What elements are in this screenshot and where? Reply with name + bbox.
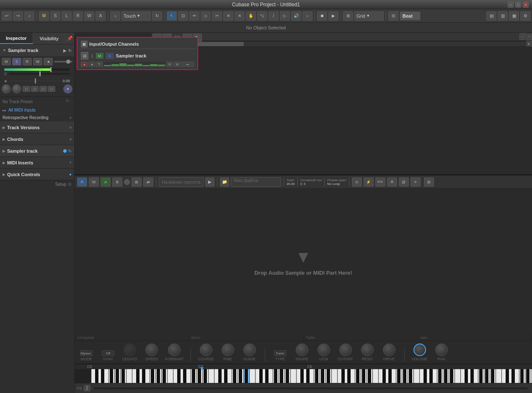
samp-icon-5[interactable]: ≡: [411, 177, 421, 187]
st-extra-btn-1[interactable]: □: [23, 86, 30, 92]
scroll-right-btn[interactable]: ►: [526, 41, 532, 47]
samp-a-btn[interactable]: A: [101, 177, 111, 187]
sampler-track-2-row[interactable]: ▶ Sampler track ↻: [0, 145, 74, 157]
layout-btn-3[interactable]: ▦: [509, 11, 519, 21]
ruler-zoom-in[interactable]: +: [526, 34, 532, 40]
l-button[interactable]: L: [62, 11, 72, 21]
maximize-button[interactable]: □: [515, 2, 521, 8]
samp-layout-btn[interactable]: ⊞: [132, 177, 142, 187]
glue-tool[interactable]: ✕: [223, 11, 233, 21]
shape-knob[interactable]: [296, 344, 308, 356]
draw-tool[interactable]: ✏: [189, 11, 199, 21]
samp-icon-3[interactable]: Я: [387, 177, 397, 187]
vol-tool[interactable]: 🔊: [291, 11, 301, 21]
formant-knob[interactable]: [168, 344, 181, 356]
preset-name-field[interactable]: Название пресета: [159, 177, 204, 187]
samp-fix-btn[interactable]: FIX: [375, 177, 385, 187]
inspector-pin[interactable]: 📌: [66, 33, 74, 44]
samp-loop-btn[interactable]: ⇄: [143, 177, 153, 187]
ch-w-btn[interactable]: W: [174, 62, 181, 67]
time-warp[interactable]: ⌥: [257, 11, 267, 21]
m-button[interactable]: M: [39, 11, 49, 21]
split-tool[interactable]: ✂: [212, 11, 222, 21]
layout-btn-1[interactable]: ▤: [486, 11, 496, 21]
samp-icon-1[interactable]: ⊙: [352, 177, 362, 187]
channel-s-btn[interactable]: S: [106, 53, 114, 59]
pan-knob[interactable]: [435, 344, 448, 356]
glide-knob[interactable]: [243, 344, 256, 356]
st-knob-2[interactable]: [12, 84, 21, 94]
retrospective-row[interactable]: Retrospective Recording ▾: [0, 114, 74, 122]
st-extra-btn-4[interactable]: □: [48, 86, 55, 92]
coarse-knob[interactable]: [200, 344, 212, 356]
ruler-zoom-out[interactable]: −: [519, 34, 525, 40]
st-extra-btn-3[interactable]: □: [39, 86, 47, 92]
ch-back-btn[interactable]: ◄: [88, 62, 95, 67]
chords-row[interactable]: ▶ Chords ≡: [0, 133, 74, 145]
samp-dot-btn[interactable]: [124, 179, 130, 185]
st-knob-1[interactable]: [2, 84, 11, 94]
setup-gear-icon[interactable]: ⚙: [68, 182, 72, 187]
loop-button[interactable]: ↻: [152, 11, 162, 21]
speed-knob[interactable]: [145, 344, 158, 356]
media-button[interactable]: ♪: [24, 11, 34, 21]
s-button[interactable]: S: [50, 11, 60, 21]
pitch-button[interactable]: ♭: [110, 11, 120, 21]
ch-loop-btn[interactable]: ↻: [96, 62, 103, 67]
snap-type-dropdown[interactable]: Grid ▾: [354, 11, 384, 21]
track-versions-row[interactable]: ▶ Track Versions ≡: [0, 122, 74, 133]
select-tool[interactable]: ↖: [167, 11, 177, 21]
st-read-button[interactable]: ◄: [44, 58, 53, 65]
samp-r-btn[interactable]: R: [77, 177, 87, 187]
mute-tool[interactable]: ✋: [246, 11, 256, 21]
samp-w-btn[interactable]: W: [89, 177, 99, 187]
snap-settings[interactable]: ⊞: [343, 11, 353, 21]
ch-r-btn[interactable]: R: [166, 62, 173, 67]
redo-button[interactable]: ↪: [13, 11, 23, 21]
volume-slider[interactable]: [54, 61, 72, 62]
undo-button[interactable]: ↩: [2, 11, 12, 21]
st-w-button[interactable]: W: [33, 58, 42, 65]
sampler-track-header[interactable]: ▼ Sampler track ▶ ↻: [0, 44, 74, 56]
samp-icon-4[interactable]: @: [399, 177, 409, 187]
w-button[interactable]: W: [84, 11, 94, 21]
lp24-knob[interactable]: [318, 344, 330, 356]
midi-input-row[interactable]: ▸▸ All MIDI Inputs: [0, 107, 74, 114]
midi-inserts-row[interactable]: ▶ MIDI Inserts +: [0, 157, 74, 169]
drop-zone[interactable]: ▼ Drop Audio Sample or MIDI Part Here!: [75, 189, 532, 335]
volume-bar[interactable]: [4, 68, 70, 71]
st-m-button[interactable]: M: [2, 58, 11, 65]
cutoff-knob[interactable]: [339, 344, 352, 356]
folder-btn[interactable]: 📁: [220, 177, 229, 187]
zoom-tool[interactable]: ✕: [235, 11, 245, 21]
fine-knob[interactable]: [222, 344, 234, 356]
a-button[interactable]: A: [96, 11, 106, 21]
file-name-field[interactable]: Имя файла: [231, 177, 281, 187]
legato-knob[interactable]: [124, 344, 136, 356]
setup-label[interactable]: Setup: [55, 182, 66, 187]
st-circle-btn[interactable]: ●: [63, 84, 72, 94]
st-r-button[interactable]: R: [23, 58, 32, 65]
automation-dropdown[interactable]: Touch ▾: [121, 11, 151, 21]
comp-tool[interactable]: ↔: [302, 11, 312, 21]
samp-maximize-btn[interactable]: ⊞: [424, 177, 434, 187]
h-scrollbar[interactable]: – ►: [152, 41, 532, 46]
record-btn[interactable]: ⏺: [317, 11, 327, 21]
range-tool[interactable]: ⊡: [178, 11, 188, 21]
reso-knob[interactable]: [361, 344, 374, 356]
ch-record-btn[interactable]: ●: [81, 62, 88, 67]
line-tool[interactable]: /: [269, 11, 279, 21]
play-tool[interactable]: ▷: [280, 11, 290, 21]
play-btn[interactable]: ▶: [328, 11, 338, 21]
refresh-button[interactable]: ↻: [66, 99, 72, 104]
pan-bar[interactable]: [9, 73, 70, 75]
volume-knob[interactable]: [413, 344, 426, 356]
r-button[interactable]: R: [73, 11, 83, 21]
close-button[interactable]: ×: [523, 2, 529, 8]
samp-icon-2[interactable]: ⚡: [364, 177, 374, 187]
samp-b-btn[interactable]: B: [112, 177, 122, 187]
channel-m-btn[interactable]: M: [96, 53, 103, 59]
pb-slider[interactable]: [94, 388, 528, 389]
erase-tool[interactable]: ◇: [201, 11, 211, 21]
tab-inspector[interactable]: Inspector: [0, 33, 33, 44]
